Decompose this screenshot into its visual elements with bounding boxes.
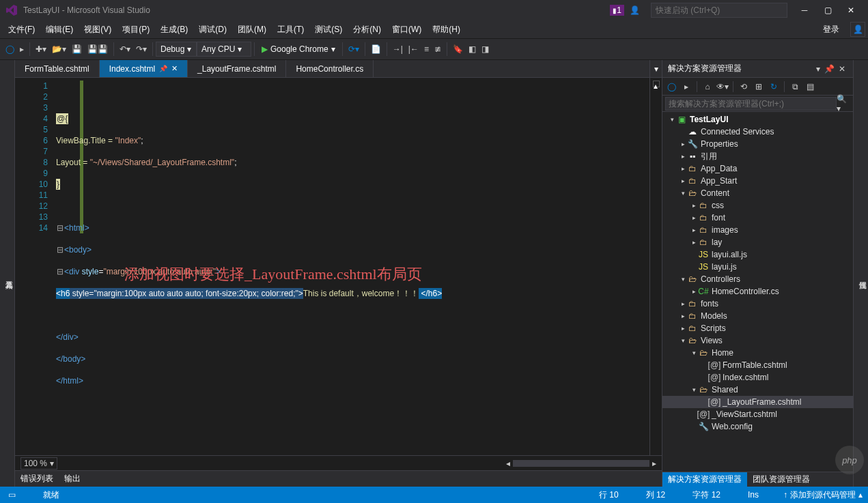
expand-icon[interactable]: ▸ xyxy=(679,153,687,160)
menu-help[interactable]: 帮助(H) xyxy=(427,24,466,35)
collapse-button[interactable]: ⧉ xyxy=(789,81,801,93)
source-control-button[interactable]: ↑ 添加到源代码管理 ▴ xyxy=(783,489,863,501)
scope-button[interactable]: ⟲ xyxy=(738,81,750,93)
expand-icon[interactable]: ▾ xyxy=(679,337,687,344)
menu-tools[interactable]: 工具(T) xyxy=(272,24,309,35)
feedback-icon[interactable]: 👤 xyxy=(630,5,640,15)
zoom-dropdown[interactable]: 100 %▾ xyxy=(20,457,57,470)
hscroll-left[interactable]: ◂ xyxy=(506,459,510,468)
config-dropdown[interactable]: Debug▾ xyxy=(156,42,197,57)
tree-item-controllers[interactable]: ▾🗁Controllers xyxy=(662,273,853,285)
uncomment-button[interactable]: ≢ xyxy=(432,42,444,57)
indent-button[interactable]: →| xyxy=(390,42,406,57)
tab-overflow-button[interactable]: ▾ xyxy=(649,60,662,77)
tree-item-scripts[interactable]: ▸🗀Scripts xyxy=(662,322,853,334)
tab-output[interactable]: 输出 xyxy=(64,473,81,485)
menu-window[interactable]: 窗口(W) xyxy=(387,24,427,35)
expand-icon[interactable]: ▸ xyxy=(690,214,698,221)
properties-button[interactable]: ▤ xyxy=(804,81,816,93)
pin-icon[interactable]: 📌 xyxy=(159,65,167,72)
solution-search-input[interactable] xyxy=(665,97,837,111)
code-editor[interactable]: 1234567891011121314 @{ ViewBag.Title = "… xyxy=(15,78,662,455)
tree-item-css[interactable]: ▸🗀css xyxy=(662,199,853,212)
ext-button-1[interactable]: 📄 xyxy=(368,42,384,57)
panel-menu-button[interactable]: ▾ xyxy=(814,64,822,74)
quick-launch-input[interactable] xyxy=(651,3,787,18)
menu-team[interactable]: 团队(M) xyxy=(232,24,272,35)
tree-item-font[interactable]: ▸🗀font xyxy=(662,212,853,224)
refresh-button[interactable]: ↻ xyxy=(768,81,780,93)
tree-item---[interactable]: ▸▪▪引用 xyxy=(662,150,853,162)
expand-icon[interactable]: ▸ xyxy=(679,313,687,319)
tree-item-index-cshtml[interactable]: [@]Index.cshtml xyxy=(662,371,853,384)
hscroll-right[interactable]: ▸ xyxy=(652,459,656,468)
tree-item-models[interactable]: ▸🗀Models xyxy=(662,310,853,322)
bookmark-button[interactable]: 🔖 xyxy=(450,42,466,57)
tree-item-content[interactable]: ▾🗁Content xyxy=(662,187,853,199)
nav-back-button[interactable]: ◯ xyxy=(3,42,17,57)
fwd-button[interactable]: ▸ xyxy=(680,81,692,93)
tab-solution-explorer[interactable]: 解决方案资源管理器 xyxy=(662,472,747,487)
menu-debug[interactable]: 调试(D) xyxy=(193,24,232,35)
close-button[interactable]: ✕ xyxy=(839,1,863,19)
new-item-button[interactable]: ✚▾ xyxy=(33,42,49,57)
toolbox-strip[interactable]: 工具箱 xyxy=(0,60,15,487)
tree-item-formtable-cshtml[interactable]: [@]FormTable.cshtml xyxy=(662,359,853,371)
expand-icon[interactable]: ▸ xyxy=(679,141,687,147)
expand-icon[interactable]: ▾ xyxy=(679,276,687,283)
tree-item-testlayui[interactable]: ▾▣TestLayUI xyxy=(662,113,853,126)
login-button[interactable]: 登录 xyxy=(823,24,845,35)
code-content[interactable]: @{ ViewBag.Title = "Index"; Layout = "~/… xyxy=(56,78,649,455)
maximize-button[interactable]: ▢ xyxy=(816,1,839,19)
notification-flag[interactable]: ▮1 xyxy=(610,5,624,16)
open-file-button[interactable]: 📂▾ xyxy=(49,42,69,57)
pin-icon[interactable]: 📌 xyxy=(822,64,837,74)
tab-layoutframe[interactable]: _LayoutFrame.cshtml xyxy=(188,60,286,77)
run-button[interactable]: ▶Google Chrome▾ xyxy=(257,42,339,57)
tree-item-lay[interactable]: ▸🗀lay xyxy=(662,236,853,248)
browser-link-button[interactable]: ⟳▾ xyxy=(346,42,362,57)
solution-tree[interactable]: ▾▣TestLayUI☁Connected Services▸🔧Properti… xyxy=(662,112,853,472)
save-all-button[interactable]: 💾💾 xyxy=(85,42,111,57)
expand-icon[interactable]: ▸ xyxy=(690,227,698,233)
close-icon[interactable]: ✕ xyxy=(837,64,848,74)
tree-item-connected-services[interactable]: ☁Connected Services xyxy=(662,126,853,138)
tree-item-layui-js[interactable]: JSlayui.js xyxy=(662,261,853,273)
tab-homecontroller[interactable]: HomeController.cs xyxy=(286,60,374,77)
tree-item-app-data[interactable]: ▸🗀App_Data xyxy=(662,162,853,175)
tree-item--viewstart-cshtml[interactable]: [@]_ViewStart.cshtml xyxy=(662,408,853,420)
showall-button[interactable]: ⊞ xyxy=(753,81,765,93)
expand-icon[interactable]: ▸ xyxy=(679,177,687,184)
home-button[interactable]: ⌂ xyxy=(701,81,714,93)
tree-item-views[interactable]: ▾🗁Views xyxy=(662,334,853,347)
menu-file[interactable]: 文件(F) xyxy=(3,24,40,35)
expand-icon[interactable]: ▸ xyxy=(679,325,687,332)
tree-item-properties[interactable]: ▸🔧Properties xyxy=(662,138,853,150)
tree-item-images[interactable]: ▸🗀images xyxy=(662,224,853,236)
tree-item-fonts[interactable]: ▸🗀fonts xyxy=(662,298,853,310)
menu-analyze[interactable]: 分析(N) xyxy=(348,24,387,35)
expand-icon[interactable]: ▾ xyxy=(668,116,676,123)
tab-errorlist[interactable]: 错误列表 xyxy=(20,473,53,485)
properties-strip[interactable]: 属性 xyxy=(853,60,868,487)
back-button[interactable]: ◯ xyxy=(665,81,677,93)
expand-icon[interactable]: ▸ xyxy=(679,300,687,307)
menu-view[interactable]: 视图(V) xyxy=(79,24,117,35)
save-button[interactable]: 💾 xyxy=(69,42,85,57)
expand-icon[interactable]: ▸ xyxy=(690,239,698,246)
tree-item-layui-all-js[interactable]: JSlayui.all.js xyxy=(662,248,853,261)
expand-icon[interactable]: ▾ xyxy=(690,349,698,356)
menu-build[interactable]: 生成(B) xyxy=(155,24,193,35)
tree-item-shared[interactable]: ▾🗁Shared xyxy=(662,384,853,396)
tab-team-explorer[interactable]: 团队资源管理器 xyxy=(747,472,815,487)
tree-item-web-config[interactable]: 🔧Web.config xyxy=(662,420,853,433)
menu-edit[interactable]: 编辑(E) xyxy=(40,24,79,35)
tab-formtable[interactable]: FormTable.cshtml xyxy=(15,60,100,77)
expand-icon[interactable]: ▸ xyxy=(679,165,687,172)
hscrollbar[interactable] xyxy=(513,460,649,467)
redo-button[interactable]: ↷▾ xyxy=(133,42,150,57)
expand-icon[interactable]: ▸ xyxy=(690,288,698,295)
comment-button[interactable]: ≡ xyxy=(421,42,432,57)
expand-icon[interactable]: ▾ xyxy=(690,386,698,393)
platform-dropdown[interactable]: Any CPU▾ xyxy=(197,42,251,57)
